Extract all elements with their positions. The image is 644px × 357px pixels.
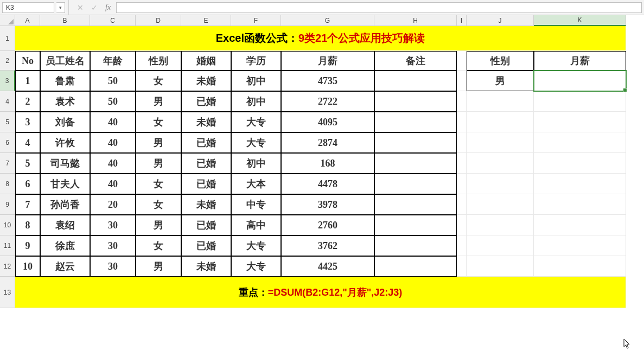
cell-salary-12[interactable]: 4425 [281, 256, 374, 277]
cell-edu-3[interactable]: 初中 [231, 71, 281, 91]
row-header-4[interactable]: 4 [0, 91, 15, 112]
name-box[interactable]: K3 [2, 2, 54, 13]
cell-age-12[interactable]: 30 [90, 256, 136, 277]
cell-J12[interactable] [467, 256, 534, 277]
cell-name-4[interactable]: 袁术 [40, 91, 90, 112]
cell-marry-9[interactable]: 未婚 [181, 194, 231, 215]
col-header-H[interactable]: H [374, 15, 457, 26]
row-header-7[interactable]: 7 [0, 153, 15, 174]
cell-marry-12[interactable]: 未婚 [181, 256, 231, 277]
cell-edu-5[interactable]: 大专 [231, 112, 281, 132]
cell-marry-7[interactable]: 已婚 [181, 153, 231, 174]
cell-J11[interactable] [467, 235, 534, 256]
cell-sex-11[interactable]: 女 [136, 235, 181, 256]
cell-K8[interactable] [534, 174, 626, 194]
cell-note-8[interactable] [374, 174, 457, 194]
row-header-12[interactable]: 12 [0, 256, 15, 277]
cell-no-7[interactable]: 5 [15, 153, 40, 174]
cell-salary-9[interactable]: 3978 [281, 194, 374, 215]
cell-K9[interactable] [534, 194, 626, 215]
cell-edu-9[interactable]: 中专 [231, 194, 281, 215]
cell-edu-4[interactable]: 初中 [231, 91, 281, 112]
cell-salary-6[interactable]: 2874 [281, 132, 374, 153]
cell-salary-7[interactable]: 168 [281, 153, 374, 174]
confirm-icon[interactable]: ✓ [91, 3, 98, 12]
cell-I10[interactable] [457, 215, 467, 235]
cell-no-4[interactable]: 2 [15, 91, 40, 112]
cell-marry-3[interactable]: 未婚 [181, 71, 231, 91]
row-header-8[interactable]: 8 [0, 174, 15, 194]
cell-age-8[interactable]: 40 [90, 174, 136, 194]
cell-I6[interactable] [457, 132, 467, 153]
cell-I4[interactable] [457, 91, 467, 112]
cell-note-11[interactable] [374, 235, 457, 256]
cell-marry-11[interactable]: 已婚 [181, 235, 231, 256]
col-header-D[interactable]: D [136, 15, 181, 26]
cell-salary-8[interactable]: 4478 [281, 174, 374, 194]
cell-sex-9[interactable]: 女 [136, 194, 181, 215]
criteria-salary-value[interactable] [534, 71, 626, 91]
col-header-E[interactable]: E [181, 15, 231, 26]
cell-name-9[interactable]: 孙尚香 [40, 194, 90, 215]
col-header-G[interactable]: G [281, 15, 374, 26]
cell-salary-3[interactable]: 4735 [281, 71, 374, 91]
cell-note-6[interactable] [374, 132, 457, 153]
cancel-icon[interactable]: ✕ [77, 3, 84, 12]
cell-sex-3[interactable]: 女 [136, 71, 181, 91]
cell-edu-7[interactable]: 初中 [231, 153, 281, 174]
cell-sex-12[interactable]: 男 [136, 256, 181, 277]
col-header-F[interactable]: F [231, 15, 281, 26]
cell-marry-8[interactable]: 已婚 [181, 174, 231, 194]
row-header-2[interactable]: 2 [0, 51, 15, 71]
cell-salary-10[interactable]: 2760 [281, 215, 374, 235]
col-header-K[interactable]: K [534, 15, 626, 26]
cell-edu-10[interactable]: 高中 [231, 215, 281, 235]
cell-K11[interactable] [534, 235, 626, 256]
cell-K12[interactable] [534, 256, 626, 277]
formula-input[interactable] [116, 2, 642, 13]
cell-name-5[interactable]: 刘备 [40, 112, 90, 132]
cell-name-3[interactable]: 鲁肃 [40, 71, 90, 91]
cell-no-6[interactable]: 4 [15, 132, 40, 153]
cell-J9[interactable] [467, 194, 534, 215]
cell-note-10[interactable] [374, 215, 457, 235]
cell-note-4[interactable] [374, 91, 457, 112]
criteria-sex-value[interactable]: 男 [467, 71, 534, 91]
cell-no-10[interactable]: 8 [15, 215, 40, 235]
row-header-5[interactable]: 5 [0, 112, 15, 132]
cell-I12[interactable] [457, 256, 467, 277]
cell-age-3[interactable]: 50 [90, 71, 136, 91]
row-header-6[interactable]: 6 [0, 132, 15, 153]
cell-marry-10[interactable]: 已婚 [181, 215, 231, 235]
cell-note-7[interactable] [374, 153, 457, 174]
cell-name-6[interactable]: 许攸 [40, 132, 90, 153]
row-header-3[interactable]: 3 [0, 71, 15, 91]
cell-no-8[interactable]: 6 [15, 174, 40, 194]
cell-note-12[interactable] [374, 256, 457, 277]
cell-edu-11[interactable]: 大专 [231, 235, 281, 256]
row-header-13[interactable]: 13 [0, 277, 15, 308]
cell-K7[interactable] [534, 153, 626, 174]
row-header-11[interactable]: 11 [0, 235, 15, 256]
cell-K10[interactable] [534, 215, 626, 235]
cell-J6[interactable] [467, 132, 534, 153]
cell-age-7[interactable]: 40 [90, 153, 136, 174]
select-all-corner[interactable] [0, 15, 15, 26]
cell-J10[interactable] [467, 215, 534, 235]
cell-marry-4[interactable]: 已婚 [181, 91, 231, 112]
cell-name-11[interactable]: 徐庶 [40, 235, 90, 256]
cell-edu-6[interactable]: 大专 [231, 132, 281, 153]
row-header-1[interactable]: 1 [0, 26, 15, 51]
col-header-I[interactable]: I [457, 15, 467, 26]
cell-salary-4[interactable]: 2722 [281, 91, 374, 112]
cell-K6[interactable] [534, 132, 626, 153]
cell-no-9[interactable]: 7 [15, 194, 40, 215]
cell-edu-8[interactable]: 大本 [231, 174, 281, 194]
cell-I11[interactable] [457, 235, 467, 256]
cell-no-3[interactable]: 1 [15, 71, 40, 91]
cell-sex-7[interactable]: 男 [136, 153, 181, 174]
fx-icon[interactable]: fx [105, 3, 111, 12]
cell-I7[interactable] [457, 153, 467, 174]
namebox-dropdown[interactable]: ▾ [56, 2, 65, 13]
cell-I5[interactable] [457, 112, 467, 132]
